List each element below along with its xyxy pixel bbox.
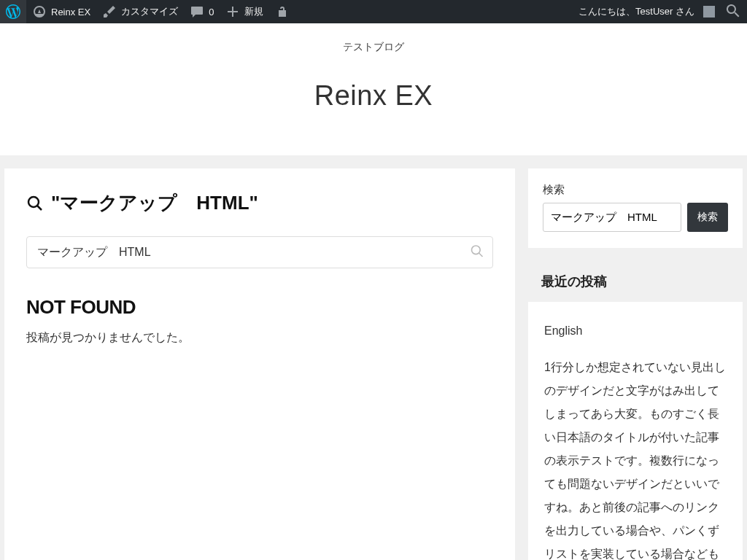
site-description: テストブログ [0,41,747,54]
search-icon [727,4,741,19]
search-icon [26,195,44,212]
notfound-message: 投稿が見つかりませんでした。 [26,330,493,346]
plus-icon [225,4,240,19]
comments-count: 0 [209,7,214,18]
brush-icon [102,4,117,19]
svg-point-2 [472,246,481,254]
sidebar-search-button[interactable]: 検索 [687,203,728,232]
search-widget: 検索 検索 [528,168,743,248]
new-content-menu[interactable]: 新規 [220,0,269,23]
customize-menu[interactable]: カスタマイズ [96,0,184,23]
sidebar-search-input[interactable] [543,203,681,232]
main-search-input[interactable] [26,236,493,268]
site-header: テストブログ Reinx EX [0,23,747,155]
greeting-text: こんにちは、TestUser さん [578,5,694,18]
customize-label: カスタマイズ [121,5,178,18]
svg-line-3 [479,253,483,257]
unlock-menu[interactable] [269,0,295,23]
comment-icon [190,4,204,19]
recent-posts-title: 最近の投稿 [541,273,729,290]
my-account-menu[interactable]: こんにちは、TestUser さん [573,0,721,23]
site-title[interactable]: Reinx EX [0,80,747,112]
notfound-title: NOT FOUND [26,296,493,319]
svg-line-1 [37,206,42,210]
main-search-form [26,236,493,268]
dashboard-icon [32,4,47,19]
widget-title-bar: 最近の投稿 [528,261,743,302]
svg-point-0 [28,197,39,207]
search-widget-label: 検索 [543,183,728,197]
unlock-icon [275,4,290,19]
site-name-label: Reinx EX [51,7,90,18]
wp-logo-menu[interactable] [0,0,26,23]
recent-posts-widget: 最近の投稿 English 1行分しか想定されていない見出しのデザインだと文字が… [528,261,743,560]
main-search-submit[interactable] [465,240,489,265]
site-name-menu[interactable]: Reinx EX [26,0,96,23]
wordpress-logo-icon [6,4,20,19]
adminbar-search[interactable] [721,0,747,23]
sidebar: 検索 検索 最近の投稿 English 1行分しか想定されていない見出しのデザイ… [528,168,743,560]
comments-menu[interactable]: 0 [184,0,220,23]
wp-admin-bar: Reinx EX カスタマイズ 0 新規 こんにちは、T [0,0,747,23]
search-icon [470,244,484,259]
avatar [703,6,715,18]
main-content: "マークアップ HTML" NOT FOUND 投稿が見つかりませんでした。 [4,168,515,560]
search-results-heading: "マークアップ HTML" [26,190,493,216]
new-label: 新規 [244,5,263,18]
recent-post-link[interactable]: English [544,319,727,343]
recent-post-link[interactable]: 1行分しか想定されていない見出しのデザインだと文字がはみ出してしまってあら大変。… [544,356,727,560]
